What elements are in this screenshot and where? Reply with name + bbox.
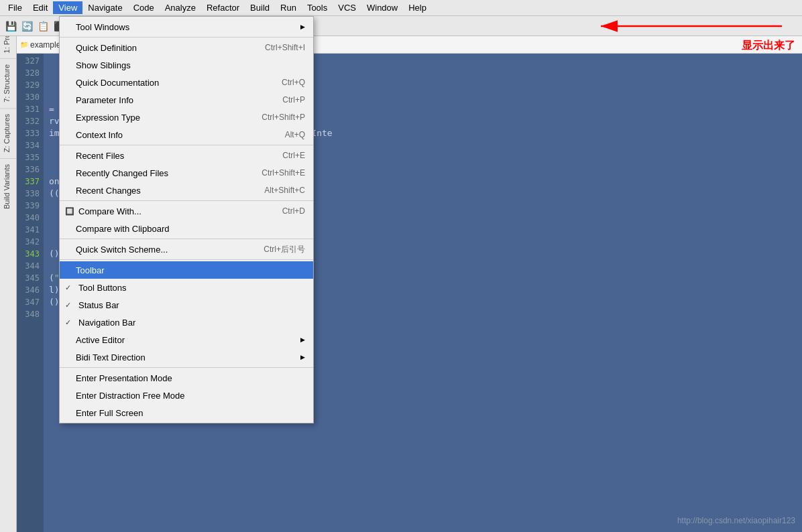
- left-sidebar: 1: Project 7: Structure Z: Captures Buil…: [0, 16, 17, 532]
- menu-tool-windows[interactable]: Tool Windows: [60, 18, 313, 36]
- menu-refactor[interactable]: Refactor: [201, 1, 245, 14]
- menu-recent-changes[interactable]: Recent Changes Alt+Shift+C: [60, 182, 313, 199]
- menu-sep-4: [60, 259, 313, 260]
- menu-show-siblings[interactable]: Show Siblings: [60, 56, 313, 74]
- menu-window[interactable]: Window: [361, 1, 403, 14]
- watermark: http://blog.csdn.net/xiaopihair123: [677, 516, 795, 525]
- red-arrow-annotation: [594, 17, 795, 35]
- toolbar-btn3[interactable]: 📋: [36, 19, 50, 34]
- menu-enter-presentation[interactable]: Enter Presentation Mode: [60, 369, 313, 387]
- menu-sep-5: [60, 367, 313, 368]
- folder-icon: 📁: [19, 40, 29, 50]
- menu-compare-clipboard[interactable]: Compare with Clipboard: [60, 220, 313, 237]
- menu-context-info[interactable]: Context Info Alt+Q: [60, 126, 313, 143]
- menu-sep-2: [60, 200, 313, 201]
- menu-active-editor[interactable]: Active Editor: [60, 331, 313, 348]
- menu-parameter-info[interactable]: Parameter Info Ctrl+P: [60, 91, 313, 109]
- menu-edit[interactable]: Edit: [27, 1, 53, 14]
- check-status-bar: ✓: [65, 301, 76, 310]
- menu-quick-definition[interactable]: Quick Definition Ctrl+Shift+I: [60, 39, 313, 56]
- menu-sep-3: [60, 239, 313, 239]
- menu-enter-fullscreen[interactable]: Enter Full Screen: [60, 404, 313, 421]
- menu-status-bar[interactable]: ✓ Status Bar: [60, 296, 313, 314]
- menu-toolbar[interactable]: Toolbar: [60, 261, 313, 279]
- menu-compare-with[interactable]: 🔲 Compare With... Ctrl+D: [60, 202, 313, 220]
- view-dropdown-menu[interactable]: Tool Windows Quick Definition Ctrl+Shift…: [59, 16, 314, 423]
- sidebar-tab-captures[interactable]: Z: Captures: [0, 108, 16, 157]
- menu-build[interactable]: Build: [245, 1, 275, 14]
- menu-navigation-bar[interactable]: ✓ Navigation Bar: [60, 314, 313, 331]
- annotation-label: 显示出来了: [742, 39, 795, 53]
- menu-tools[interactable]: Tools: [302, 1, 333, 14]
- menu-view[interactable]: View: [53, 1, 82, 14]
- menu-bidi-text[interactable]: Bidi Text Direction: [60, 348, 313, 366]
- menu-run[interactable]: Run: [275, 1, 302, 14]
- check-navigation-bar: ✓: [65, 318, 76, 327]
- check-tool-buttons: ✓: [65, 283, 76, 292]
- menu-code[interactable]: Code: [128, 1, 160, 14]
- toolbar-sync-btn[interactable]: 🔄: [19, 19, 34, 34]
- menu-navigate[interactable]: Navigate: [82, 1, 127, 14]
- menu-bar: File Edit View Navigate Code Analyze Ref…: [0, 0, 802, 16]
- menu-file[interactable]: File: [3, 1, 27, 14]
- menu-enter-distraction[interactable]: Enter Distraction Free Mode: [60, 387, 313, 404]
- menu-sep-0: [60, 37, 313, 38]
- menu-recently-changed-files[interactable]: Recently Changed Files Ctrl+Shift+E: [60, 164, 313, 182]
- menu-sep-1: [60, 145, 313, 145]
- menu-vcs[interactable]: VCS: [333, 1, 361, 14]
- sidebar-tab-build-variants[interactable]: Build Variants: [0, 158, 16, 214]
- breadcrumb-example[interactable]: 📁 example: [19, 40, 60, 50]
- toolbar-save-btn[interactable]: 💾: [3, 19, 18, 34]
- menu-tool-buttons[interactable]: ✓ Tool Buttons: [60, 279, 313, 296]
- menu-recent-files[interactable]: Recent Files Ctrl+E: [60, 147, 313, 164]
- sidebar-tab-structure[interactable]: 7: Structure: [0, 58, 16, 108]
- menu-expression-type[interactable]: Expression Type Ctrl+Shift+P: [60, 109, 313, 126]
- menu-quick-switch-scheme[interactable]: Quick Switch Scheme... Ctrl+后引号: [60, 241, 313, 258]
- menu-help[interactable]: Help: [403, 1, 432, 14]
- menu-analyze[interactable]: Analyze: [160, 1, 201, 14]
- line-numbers: 327 328 329 330 331 332 333 334 335 336 …: [17, 54, 44, 532]
- compare-icon: 🔲: [65, 207, 76, 216]
- menu-quick-documentation[interactable]: Quick Documentation Ctrl+Q: [60, 74, 313, 91]
